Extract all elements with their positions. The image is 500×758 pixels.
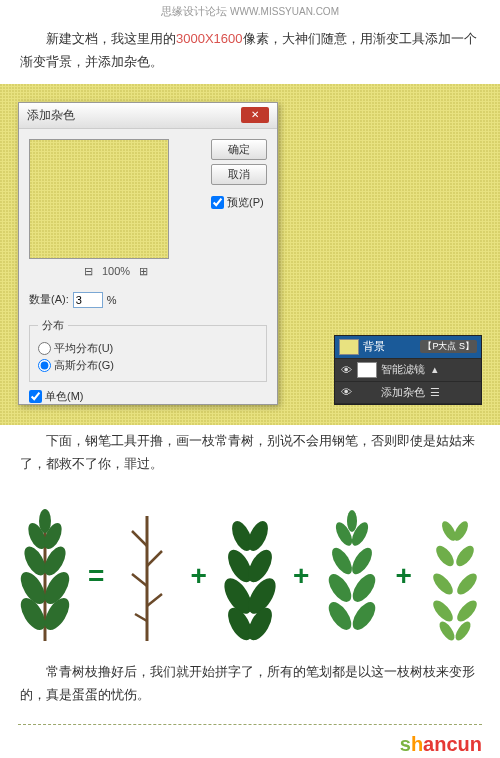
amount-label: 数量(A): xyxy=(29,292,69,307)
full-branch-icon xyxy=(15,506,75,646)
visibility-icon[interactable]: 👁 xyxy=(339,386,353,398)
svg-point-35 xyxy=(437,619,458,643)
textured-background: 添加杂色 ✕ ⊟ 100% ⊞ 确定 取消 预览(P) 数量(A): % xyxy=(0,84,500,425)
site-url[interactable]: WWW.MISSYUAN.COM xyxy=(230,6,339,17)
footer-logo: shancun 山村网 shancun.net xyxy=(0,733,500,758)
page-header: 思缘设计论坛 WWW.MISSYUAN.COM xyxy=(0,0,500,23)
ok-button[interactable]: 确定 xyxy=(211,139,267,160)
layer-name: 背景 xyxy=(363,339,385,354)
svg-point-32 xyxy=(454,570,480,597)
stem-icon xyxy=(117,506,177,646)
leaves-dark-icon xyxy=(220,506,280,646)
svg-point-25 xyxy=(349,598,380,633)
visibility-icon[interactable]: 👁 xyxy=(339,364,353,376)
divider xyxy=(18,724,482,725)
doc-size: 3000X1600 xyxy=(176,31,243,46)
layer-name: 添加杂色 xyxy=(381,385,425,400)
leaves-light-icon xyxy=(425,506,485,646)
dialog-title-text: 添加杂色 xyxy=(27,107,75,124)
paragraph-3: 常青树枝撸好后，我们就开始拼字了，所有的笔划都是以这一枝树枝来变形的，真是蛋蛋的… xyxy=(0,656,500,717)
svg-point-34 xyxy=(454,597,480,624)
layer-badge: 【P大点 S】 xyxy=(420,340,477,353)
add-noise-dialog: 添加杂色 ✕ ⊟ 100% ⊞ 确定 取消 预览(P) 数量(A): % xyxy=(18,102,278,405)
svg-point-21 xyxy=(349,544,377,577)
svg-point-23 xyxy=(349,570,380,605)
zoom-in-icon[interactable]: ⊞ xyxy=(139,265,148,277)
zoom-level: 100% xyxy=(102,265,130,277)
plus-op: + xyxy=(293,560,309,592)
layer-add-noise[interactable]: 👁 添加杂色 ☰ xyxy=(335,382,481,404)
svg-point-33 xyxy=(430,597,456,624)
dist-legend: 分布 xyxy=(38,318,68,333)
svg-point-20 xyxy=(329,544,357,577)
layer-thumb-icon xyxy=(339,339,359,355)
layer-background[interactable]: 背景 【P大点 S】 xyxy=(335,336,481,359)
layer-thumb-icon xyxy=(357,362,377,378)
cancel-button[interactable]: 取消 xyxy=(211,164,267,185)
svg-point-22 xyxy=(325,570,356,605)
chevron-up-icon[interactable]: ▴ xyxy=(429,363,441,376)
noise-preview xyxy=(29,139,169,259)
paragraph-2: 下面，钢笔工具开撸，画一枝常青树，别说不会用钢笔，否则即使是姑姑来了，都救不了你… xyxy=(0,425,500,486)
layers-panel: 背景 【P大点 S】 👁 智能滤镜 ▴ 👁 添加杂色 ☰ xyxy=(334,335,482,405)
amount-unit: % xyxy=(107,294,117,306)
distribution-fieldset: 分布 平均分布(U) 高斯分布(G) xyxy=(29,318,267,382)
svg-point-29 xyxy=(433,542,457,568)
svg-point-24 xyxy=(325,598,356,633)
uniform-radio[interactable]: 平均分布(U) xyxy=(38,341,258,356)
mono-checkbox[interactable]: 单色(M) xyxy=(19,388,94,412)
svg-point-26 xyxy=(347,510,357,532)
leaves-mid-icon xyxy=(322,506,382,646)
zoom-controls: ⊟ 100% ⊞ xyxy=(29,265,203,278)
plus-op: + xyxy=(191,560,207,592)
layer-smart-filter[interactable]: 👁 智能滤镜 ▴ xyxy=(335,359,481,382)
dialog-titlebar: 添加杂色 ✕ xyxy=(19,103,277,129)
svg-point-31 xyxy=(430,570,456,597)
plant-equation: = + + + xyxy=(0,486,500,656)
gaussian-radio[interactable]: 高斯分布(G) xyxy=(38,358,258,373)
plus-op: + xyxy=(396,560,412,592)
paragraph-1: 新建文档，我这里用的3000X1600像素，大神们随意，用渐变工具添加一个渐变背… xyxy=(0,23,500,84)
preview-checkbox[interactable]: 预览(P) xyxy=(211,195,267,210)
layer-name: 智能滤镜 xyxy=(381,362,425,377)
zoom-out-icon[interactable]: ⊟ xyxy=(84,265,93,277)
svg-point-36 xyxy=(453,619,474,643)
amount-input[interactable] xyxy=(73,292,103,308)
site-name: 思缘设计论坛 xyxy=(161,5,227,17)
svg-point-9 xyxy=(39,509,51,533)
svg-point-30 xyxy=(453,542,477,568)
equals-op: = xyxy=(88,560,104,592)
close-icon[interactable]: ✕ xyxy=(241,107,269,123)
settings-icon[interactable]: ☰ xyxy=(429,386,441,399)
